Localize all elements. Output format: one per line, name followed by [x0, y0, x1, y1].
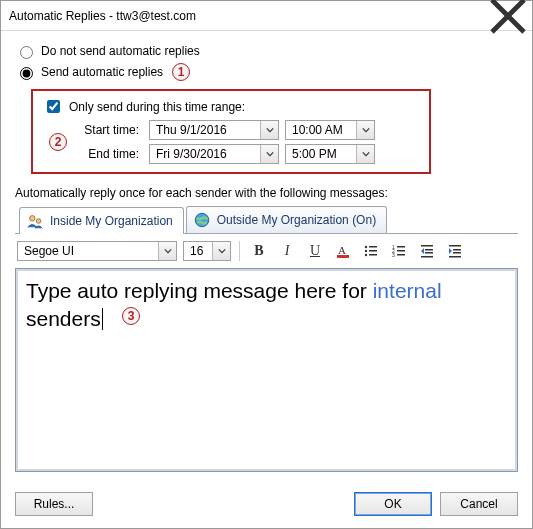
tab-outside-label: Outside My Organization (On) [217, 213, 376, 227]
end-date-value: Fri 9/30/2016 [156, 147, 260, 161]
chevron-down-icon [362, 150, 370, 158]
svg-rect-16 [397, 254, 405, 256]
radio-no-send[interactable]: Do not send automatic replies [15, 43, 518, 59]
radio-no-send-label: Do not send automatic replies [41, 44, 200, 58]
start-label: Start time: [73, 123, 143, 137]
window-title: Automatic Replies - ttw3@test.com [9, 9, 488, 23]
text-caret [102, 308, 103, 330]
timerange-check-label: Only send during this time range: [69, 100, 245, 114]
radio-send-input[interactable] [20, 67, 33, 80]
start-date-value: Thu 9/1/2016 [156, 123, 260, 137]
user-icon [26, 212, 44, 230]
callout-2-cell: 2 [45, 133, 67, 151]
end-time-combo[interactable]: 5:00 PM [285, 144, 375, 164]
chevron-down-icon [218, 247, 226, 255]
globe-icon [193, 211, 211, 229]
callout-2: 2 [49, 133, 67, 151]
font-arrow[interactable] [158, 242, 176, 260]
svg-point-5 [365, 246, 367, 248]
dialog-automatic-replies: Automatic Replies - ttw3@test.com Do not… [0, 0, 533, 529]
svg-point-2 [195, 213, 209, 227]
editor-text-1: Type auto replying message here for [26, 279, 373, 302]
dialog-footer: Rules... OK Cancel [1, 482, 532, 528]
ok-button[interactable]: OK [354, 492, 432, 516]
size-combo[interactable]: 16 [183, 241, 231, 261]
titlebar: Automatic Replies - ttw3@test.com [1, 1, 532, 31]
svg-rect-4 [337, 255, 349, 258]
svg-rect-20 [421, 256, 433, 258]
end-label: End time: [73, 147, 143, 161]
svg-rect-6 [369, 246, 377, 248]
tabs: Inside My Organization Outside My Organi… [15, 206, 518, 234]
chevron-down-icon [164, 247, 172, 255]
indent-icon [447, 243, 463, 259]
editor-text-internal: internal [373, 279, 442, 302]
svg-rect-12 [397, 246, 405, 248]
end-date-arrow[interactable] [260, 145, 278, 163]
svg-text:A: A [338, 244, 346, 256]
italic-button[interactable]: I [276, 240, 298, 262]
tab-inside-org[interactable]: Inside My Organization [19, 207, 184, 234]
rules-button[interactable]: Rules... [15, 492, 93, 516]
font-value: Segoe UI [24, 244, 158, 258]
underline-button[interactable]: U [304, 240, 326, 262]
svg-rect-10 [369, 254, 377, 256]
chevron-down-icon [266, 150, 274, 158]
format-toolbar: Segoe UI 16 B I U A 123 [15, 234, 518, 268]
font-color-icon: A [335, 243, 351, 259]
font-combo[interactable]: Segoe UI [17, 241, 177, 261]
svg-rect-18 [425, 249, 433, 251]
svg-point-7 [365, 250, 367, 252]
svg-rect-14 [397, 250, 405, 252]
outdent-icon [419, 243, 435, 259]
svg-text:3: 3 [392, 252, 395, 258]
indent-button[interactable] [444, 240, 466, 262]
bullet-list-icon [363, 243, 379, 259]
instruction-text: Automatically reply once for each sender… [15, 186, 518, 200]
end-date-combo[interactable]: Fri 9/30/2016 [149, 144, 279, 164]
outdent-button[interactable] [416, 240, 438, 262]
start-time-arrow[interactable] [356, 121, 374, 139]
timerange-group: Only send during this time range: 2 Star… [31, 89, 431, 174]
cancel-button[interactable]: Cancel [440, 492, 518, 516]
number-list-icon: 123 [391, 243, 407, 259]
close-button[interactable] [488, 2, 528, 30]
svg-point-0 [30, 216, 35, 221]
callout-3: 3 [122, 307, 140, 325]
svg-point-1 [36, 219, 41, 224]
svg-rect-19 [425, 252, 433, 254]
svg-rect-8 [369, 250, 377, 252]
svg-point-9 [365, 254, 367, 256]
chevron-down-icon [266, 126, 274, 134]
font-color-button[interactable]: A [332, 240, 354, 262]
message-editor[interactable]: Type auto replying message here for inte… [15, 268, 518, 472]
bold-button[interactable]: B [248, 240, 270, 262]
svg-rect-23 [453, 252, 461, 254]
editor-text-3: senders [26, 307, 101, 330]
separator [239, 241, 240, 261]
size-arrow[interactable] [212, 242, 230, 260]
tab-outside-org[interactable]: Outside My Organization (On) [186, 206, 387, 233]
start-date-combo[interactable]: Thu 9/1/2016 [149, 120, 279, 140]
start-date-arrow[interactable] [260, 121, 278, 139]
number-list-button[interactable]: 123 [388, 240, 410, 262]
timerange-check[interactable]: Only send during this time range: [43, 97, 419, 116]
callout-1: 1 [172, 63, 190, 81]
start-time-value: 10:00 AM [292, 123, 356, 137]
start-time-combo[interactable]: 10:00 AM [285, 120, 375, 140]
end-time-value: 5:00 PM [292, 147, 356, 161]
bullet-list-button[interactable] [360, 240, 382, 262]
timerange-check-input[interactable] [47, 100, 60, 113]
timerange-grid: 2 Start time: Thu 9/1/2016 10:00 AM End … [43, 120, 419, 164]
dialog-body: Do not send automatic replies Send autom… [1, 31, 532, 482]
svg-rect-24 [449, 256, 461, 258]
radio-send-label: Send automatic replies [41, 65, 163, 79]
radio-no-send-input[interactable] [20, 46, 33, 59]
svg-rect-17 [421, 245, 433, 247]
radio-send[interactable]: Send automatic replies 1 [15, 63, 518, 81]
tab-inside-label: Inside My Organization [50, 214, 173, 228]
end-time-arrow[interactable] [356, 145, 374, 163]
svg-rect-21 [449, 245, 461, 247]
svg-rect-22 [453, 249, 461, 251]
chevron-down-icon [362, 126, 370, 134]
